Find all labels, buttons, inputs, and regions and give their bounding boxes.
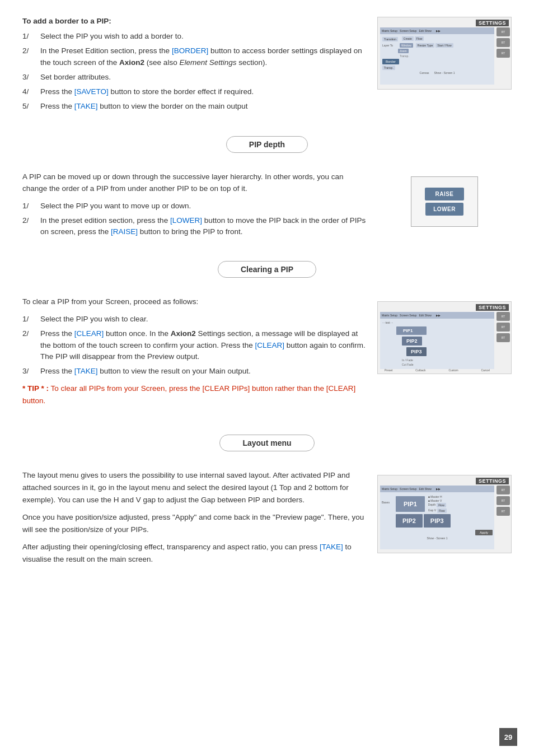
layout-menu-body1: The layout menu gives to users the possi… xyxy=(22,469,366,506)
raise-button-img: RAISE xyxy=(425,188,463,200)
clear-pip-screenshot: SETTINGS Matrix Setup Screen Setup Edit … xyxy=(377,296,512,374)
list-item: 3/ Set border attributes. xyxy=(22,72,366,83)
border-settings-screenshot: SETTINGS Matrix Setup Screen Setup Edit … xyxy=(377,17,512,90)
lower-button-img: LOWER xyxy=(425,203,463,216)
list-item: 5/ Press the [TAKE] button to view the b… xyxy=(22,101,366,112)
tip-clear-pips: * TIP * : To clear all PIPs from your Sc… xyxy=(22,382,366,407)
clearing-pip-list: 1/ Select the PIP you wish to clear. 2/ … xyxy=(22,314,366,377)
pip-depth-list: 1/ Select the PIP you want to move up or… xyxy=(22,200,366,238)
list-item: 1/ Select the PIP you wish to add a bord… xyxy=(22,31,366,42)
raise-lower-screenshot: RAISE LOWER xyxy=(377,171,512,227)
list-item: 1/ Select the PIP you want to move up or… xyxy=(22,200,366,212)
page-number: 29 xyxy=(499,728,517,746)
list-item: 2/ Press the [CLEAR] button once. In the… xyxy=(22,328,366,362)
layout-menu-screenshot: SETTINGS Matrix Setup Screen Setup Edit … xyxy=(377,469,512,553)
add-border-heading: To add a border to a PIP: xyxy=(22,17,366,25)
layout-menu-body3: After adjusting their opening/closing ef… xyxy=(22,541,366,565)
layout-menu-tab: Layout menu xyxy=(219,435,314,451)
list-item: 4/ Press the [SAVETO] button to store th… xyxy=(22,86,366,97)
list-item: 3/ Press the [TAKE] button to view the r… xyxy=(22,366,366,377)
pip-depth-tab: PIP depth xyxy=(226,136,308,153)
clearing-pip-intro: To clear a PIP from your Screen, proceed… xyxy=(22,296,366,308)
layout-menu-body2: Once you have position/size adjusted, pr… xyxy=(22,511,366,535)
list-item: 1/ Select the PIP you wish to clear. xyxy=(22,314,366,325)
list-item: 2/ In the Preset Edition section, press … xyxy=(22,45,366,68)
clearing-pip-tab: Clearing a PIP xyxy=(218,261,316,278)
pip-depth-intro: A PIP can be moved up or down through th… xyxy=(22,171,366,195)
list-item: 2/ In the preset edition section, press … xyxy=(22,215,366,238)
add-border-list: 1/ Select the PIP you wish to add a bord… xyxy=(22,31,366,113)
